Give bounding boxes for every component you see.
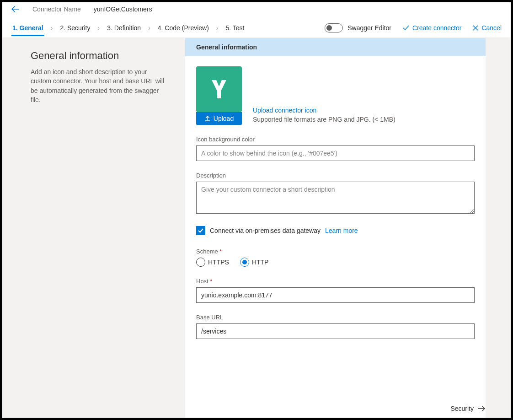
tab-code[interactable]: 4. Code (Preview)	[157, 20, 210, 36]
arrow-right-icon	[477, 405, 486, 412]
sidebar-description: Add an icon and short description to you…	[31, 67, 167, 104]
sidebar-title: General information	[31, 50, 167, 62]
scheme-radio-http[interactable]: HTTP	[240, 258, 269, 267]
cancel-button[interactable]: Cancel	[472, 24, 502, 32]
description-input[interactable]	[196, 182, 475, 214]
chevron-right-icon: ›	[216, 24, 219, 32]
connector-name-label: Connector Name	[32, 5, 81, 13]
tab-test[interactable]: 5. Test	[225, 20, 246, 36]
swagger-editor-label: Swagger Editor	[347, 24, 391, 32]
scheme-radio-https[interactable]: HTTPS	[196, 258, 229, 267]
checkmark-icon	[198, 227, 204, 234]
description-label: Description	[196, 172, 475, 179]
supported-formats-text: Supported file formats are PNG and JPG. …	[253, 116, 395, 123]
gateway-label: Connect via on-premises data gateway	[210, 227, 321, 234]
tab-security[interactable]: 2. Security	[59, 20, 91, 36]
scheme-label: Scheme *	[196, 248, 475, 255]
back-arrow-icon[interactable]	[11, 5, 20, 13]
upload-button[interactable]: Upload	[196, 112, 242, 125]
connector-name-value: yunIOGetCustomers	[94, 5, 152, 13]
panel-header: General information	[185, 38, 486, 56]
base-url-label: Base URL	[196, 314, 475, 321]
chevron-right-icon: ›	[51, 24, 53, 32]
gateway-learn-more-link[interactable]: Learn more	[325, 227, 358, 234]
icon-bg-label: Icon background color	[196, 136, 475, 143]
gateway-checkbox[interactable]	[196, 226, 205, 235]
swagger-editor-toggle[interactable]: Swagger Editor	[325, 23, 391, 32]
tab-definition[interactable]: 3. Definition	[106, 20, 142, 36]
create-connector-button[interactable]: Create connector	[402, 24, 461, 32]
checkmark-icon	[402, 24, 410, 32]
connector-logo-icon	[206, 76, 232, 102]
host-input[interactable]	[196, 287, 475, 303]
host-label: Host *	[196, 278, 475, 285]
base-url-input[interactable]	[196, 323, 475, 339]
tab-general[interactable]: 1. General	[11, 20, 44, 36]
chevron-right-icon: ›	[148, 24, 150, 32]
chevron-right-icon: ›	[98, 24, 100, 32]
icon-bg-input[interactable]	[196, 145, 475, 161]
upload-icon	[204, 115, 211, 122]
close-icon	[472, 25, 479, 31]
next-step-button[interactable]: Security	[450, 405, 486, 412]
connector-icon-preview	[196, 66, 242, 112]
wizard-tabs: 1. General › 2. Security › 3. Definition…	[11, 20, 246, 36]
upload-icon-link[interactable]: Upload connector icon	[253, 107, 395, 114]
